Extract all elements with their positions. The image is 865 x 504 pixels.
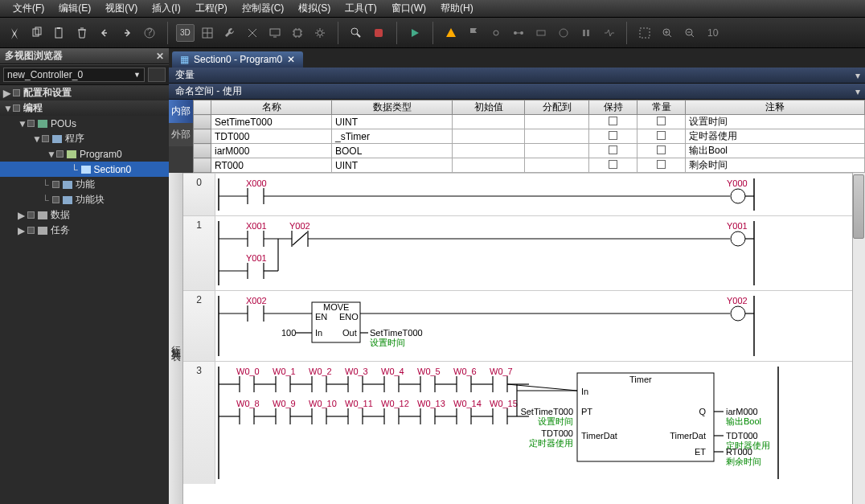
zoom-out-icon[interactable]: [680, 23, 699, 43]
paste-icon[interactable]: [50, 23, 69, 43]
tree-tasks[interactable]: ▶任务: [0, 223, 169, 238]
link-icon[interactable]: [486, 23, 506, 43]
svg-text:Y001: Y001: [246, 253, 267, 263]
menu-tools[interactable]: 工具(T): [338, 0, 383, 17]
table-row: iarM000BOOL输出Bool: [194, 144, 865, 158]
svg-text:In: In: [581, 387, 588, 396]
tab-section0[interactable]: ▦ Section0 - Program0 ✕: [172, 51, 303, 68]
svg-text:W0_8: W0_8: [236, 399, 260, 408]
delete-icon[interactable]: [72, 23, 92, 43]
menu-project[interactable]: 工程(P): [189, 0, 234, 17]
svg-text:X001: X001: [246, 221, 267, 231]
menu-edit[interactable]: 编辑(E): [52, 0, 97, 17]
menu-simulate[interactable]: 模拟(S): [292, 0, 337, 17]
svg-text:TDT000: TDT000: [541, 428, 573, 438]
svg-text:W0_13: W0_13: [417, 399, 445, 408]
menu-bar: 文件(F) 编辑(E) 视图(V) 插入(I) 工程(P) 控制器(C) 模拟(…: [0, 0, 865, 18]
rung-comment-tab[interactable]: 行注释列表: [169, 173, 183, 504]
dbg3-icon[interactable]: [576, 23, 596, 43]
svg-line-110: [507, 384, 577, 391]
vertical-scrollbar[interactable]: [852, 173, 865, 504]
svg-point-10: [351, 28, 358, 35]
svg-text:W0_11: W0_11: [345, 399, 373, 408]
svg-text:ET: ET: [695, 447, 706, 457]
panel-close-icon[interactable]: ✕: [156, 51, 164, 62]
rung-2[interactable]: 2 X002 MOVE EN ENO: [183, 290, 865, 361]
stop-icon[interactable]: [369, 23, 388, 43]
tree-programs[interactable]: ▼程序: [0, 131, 169, 146]
controller-props-button[interactable]: [148, 68, 166, 82]
variable-table[interactable]: 名称 数据类型 初始值 分配到 保持 常量 注释 SetTimeT000UINT…: [193, 100, 865, 173]
svg-rect-2: [55, 28, 62, 38]
table-row: TDT000_sTimer定时器使用: [194, 129, 865, 144]
tree-programming[interactable]: ▼编程: [0, 100, 169, 116]
svg-text:W0_9: W0_9: [273, 399, 296, 408]
copy-icon[interactable]: [27, 23, 47, 43]
chip-icon[interactable]: [288, 23, 307, 43]
rung-3[interactable]: 3 W0_0W0_1W0_2W0_3W0_4W0_5W0_6W0_7 W0_8W…: [183, 361, 865, 484]
svg-text:Timer: Timer: [629, 375, 652, 384]
tree-functions[interactable]: └功能: [0, 177, 169, 192]
svg-text:剩余时间: 剩余时间: [726, 457, 761, 466]
svg-rect-14: [537, 31, 545, 35]
project-tree: ▶配置和设置 ▼编程 ▼POUs ▼程序 ▼Program0 └Section0…: [0, 85, 169, 504]
gear-icon[interactable]: [310, 23, 330, 43]
zoom-100-icon[interactable]: 100: [703, 23, 722, 43]
menu-insert[interactable]: 插入(I): [146, 0, 187, 17]
menu-help[interactable]: 帮助(H): [434, 0, 480, 17]
variables-header[interactable]: 变量: [169, 68, 865, 84]
svg-line-41: [293, 232, 307, 245]
zoom-in-icon[interactable]: [658, 23, 677, 43]
svg-text:100: 100: [707, 27, 719, 39]
dbg4-icon[interactable]: [599, 23, 618, 43]
tree-data[interactable]: ▶数据: [0, 207, 169, 223]
svg-point-12: [514, 31, 517, 35]
tree-program0[interactable]: ▼Program0: [0, 146, 169, 162]
svg-point-29: [731, 189, 745, 203]
tree-config[interactable]: ▶配置和设置: [0, 85, 169, 100]
svg-rect-16: [583, 30, 585, 36]
warning-icon[interactable]: [441, 23, 461, 43]
rung-1[interactable]: 1 X001 Y002: [183, 215, 865, 290]
run-icon[interactable]: [405, 23, 424, 43]
svg-text:W0_0: W0_0: [236, 367, 260, 376]
namespace-header[interactable]: 命名空间 - 使用: [169, 84, 865, 100]
vartab-external[interactable]: 外部: [169, 123, 193, 146]
svg-rect-3: [57, 27, 60, 29]
variable-section: 内部 外部 名称 数据类型 初始值 分配到 保持 常量 注释 SetTimeT0: [169, 100, 865, 173]
vartab-internal[interactable]: 内部: [169, 100, 193, 123]
flag-icon[interactable]: [464, 23, 483, 43]
svg-text:Out: Out: [342, 328, 357, 338]
cut-icon[interactable]: [5, 23, 24, 43]
svg-text:输出Bool: 输出Bool: [726, 416, 761, 426]
3d-button[interactable]: 3D: [176, 24, 195, 42]
svg-text:W0_10: W0_10: [309, 399, 337, 408]
grid-icon[interactable]: [198, 23, 217, 43]
search-icon[interactable]: [346, 23, 366, 43]
help-icon[interactable]: ?: [140, 23, 159, 43]
svg-text:设置时间: 设置时间: [370, 338, 405, 347]
undo-icon[interactable]: [95, 23, 114, 43]
rung-0[interactable]: 0 X000 Y000: [183, 173, 865, 215]
menu-controller[interactable]: 控制器(C): [236, 0, 291, 17]
table-row: SetTimeT000UINT设置时间: [194, 115, 865, 129]
svg-text:Y000: Y000: [727, 178, 748, 188]
tab-close-icon[interactable]: ✕: [287, 54, 295, 65]
controller-combo[interactable]: new_Controller_0▼: [3, 68, 145, 82]
monitor-icon[interactable]: [265, 23, 285, 43]
tree-pous[interactable]: ▼POUs: [0, 116, 169, 131]
tree-functionblocks[interactable]: └功能块: [0, 192, 169, 207]
node-icon[interactable]: [509, 23, 528, 43]
menu-window[interactable]: 窗口(W): [385, 0, 432, 17]
crossref-icon[interactable]: [243, 23, 262, 43]
menu-view[interactable]: 视图(V): [99, 0, 144, 17]
svg-text:MOVE: MOVE: [323, 302, 349, 312]
dbg2-icon[interactable]: [554, 23, 573, 43]
menu-file[interactable]: 文件(F): [6, 0, 51, 17]
tree-section0[interactable]: └Section0: [0, 162, 169, 177]
zoom-fit-icon[interactable]: [635, 23, 654, 43]
redo-icon[interactable]: [117, 23, 137, 43]
wrench-icon[interactable]: [220, 23, 240, 43]
dbg1-icon[interactable]: [531, 23, 551, 43]
ladder-editor[interactable]: 行注释列表 0 X000 Y000: [169, 173, 865, 504]
